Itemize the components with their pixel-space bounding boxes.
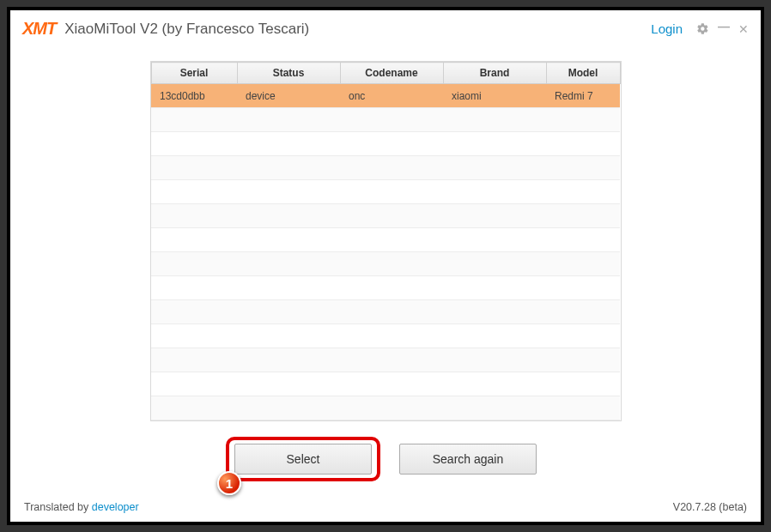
- translated-by: Translated by developer: [24, 501, 139, 513]
- table-row-empty[interactable]: [151, 300, 620, 324]
- app-logo: XMT: [22, 19, 56, 39]
- col-codename[interactable]: Codename: [340, 63, 443, 84]
- table-header-row: Serial Status Codename Brand Model: [151, 63, 620, 84]
- table-row-empty[interactable]: [151, 348, 620, 372]
- table-row-empty[interactable]: [151, 132, 620, 156]
- minimize-icon[interactable]: —: [718, 21, 730, 33]
- table-row-empty[interactable]: [151, 372, 620, 396]
- search-again-button[interactable]: Search again: [399, 444, 537, 475]
- table-row-empty[interactable]: [151, 324, 620, 348]
- titlebar: XMT XiaoMiTool V2 (by Francesco Tescari)…: [10, 10, 761, 44]
- table-row-empty[interactable]: [151, 252, 620, 276]
- callout-badge: 1: [217, 471, 241, 495]
- col-status[interactable]: Status: [237, 63, 340, 84]
- table-row-empty[interactable]: [151, 228, 620, 252]
- col-serial[interactable]: Serial: [151, 63, 237, 84]
- table-row-empty[interactable]: [151, 276, 620, 300]
- settings-icon[interactable]: [696, 22, 709, 35]
- table-row-empty[interactable]: [151, 156, 620, 180]
- close-icon[interactable]: ✕: [738, 23, 749, 35]
- col-brand[interactable]: Brand: [443, 63, 546, 84]
- select-button[interactable]: Select: [234, 444, 372, 475]
- col-model[interactable]: Model: [546, 63, 620, 84]
- table-row-empty[interactable]: [151, 396, 620, 420]
- table-row-empty[interactable]: [151, 204, 620, 228]
- table-row[interactable]: 13cd0dbbdeviceoncxiaomiRedmi 7: [151, 84, 620, 108]
- translator-link[interactable]: developer: [92, 501, 139, 513]
- device-table: Serial Status Codename Brand Model 13cd0…: [150, 61, 622, 421]
- table-row-empty[interactable]: [151, 108, 620, 132]
- login-link[interactable]: Login: [651, 21, 683, 36]
- table-row-empty[interactable]: [151, 180, 620, 204]
- version-label: V20.7.28 (beta): [673, 501, 747, 513]
- app-title: XiaoMiTool V2 (by Francesco Tescari): [64, 21, 309, 38]
